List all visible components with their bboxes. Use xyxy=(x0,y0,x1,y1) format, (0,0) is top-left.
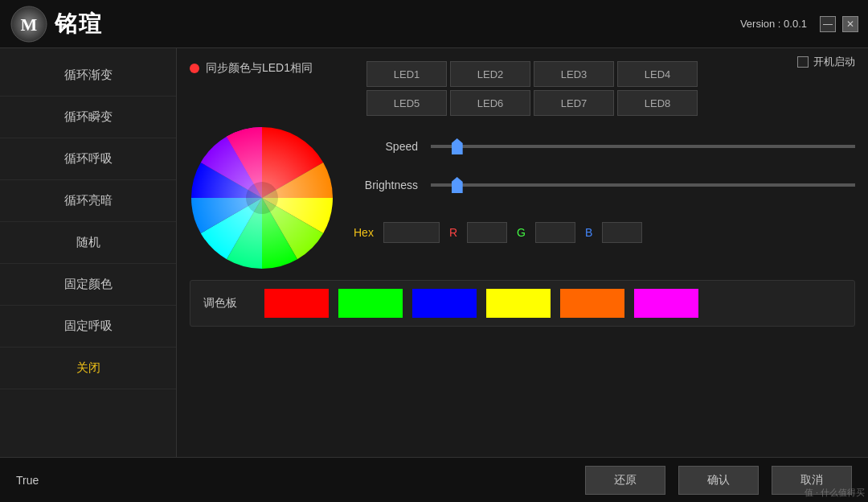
led-grid: LED1 LED2 LED3 LED4 LED5 LED6 LED7 LED8 xyxy=(366,61,698,116)
led-button-3[interactable]: LED3 xyxy=(534,61,614,87)
palette-colors xyxy=(264,289,698,318)
led-button-8[interactable]: LED8 xyxy=(617,90,698,116)
b-input[interactable] xyxy=(602,222,642,243)
top-section: 同步颜色与LED1相同 LED1 LED2 LED3 LED4 LED5 LED… xyxy=(190,61,855,116)
sync-label: 同步颜色与LED1相同 xyxy=(190,61,350,76)
minimize-button[interactable]: — xyxy=(820,16,836,32)
speed-slider-row: Speed xyxy=(354,138,855,154)
led-button-2[interactable]: LED2 xyxy=(450,61,530,87)
r-input[interactable] xyxy=(467,222,507,243)
color-wheel-svg xyxy=(190,126,334,270)
sidebar-item-loop-gradient[interactable]: 循环渐变 xyxy=(0,55,176,97)
app-title: 铭瑄 xyxy=(55,9,103,39)
brightness-slider-container[interactable] xyxy=(431,177,855,193)
close-button[interactable]: ✕ xyxy=(842,16,858,32)
led-button-6[interactable]: LED6 xyxy=(450,90,530,116)
version-text: Version : 0.0.1 xyxy=(740,18,807,30)
sync-indicator-dot xyxy=(190,64,199,73)
startup-area: 开机启动 xyxy=(797,55,855,69)
r-label: R xyxy=(449,226,457,239)
title-bar: M 铭瑄 Version : 0.0.1 — ✕ xyxy=(0,0,868,48)
sidebar-item-random[interactable]: 随机 xyxy=(0,222,176,264)
sliders-panel: Speed Brightness Hex R xyxy=(354,126,855,243)
brightness-label: Brightness xyxy=(354,179,418,191)
svg-point-3 xyxy=(246,182,278,214)
logo-area: M 铭瑄 xyxy=(10,5,103,43)
title-right: Version : 0.0.1 — ✕ xyxy=(740,16,858,32)
led-button-4[interactable]: LED4 xyxy=(617,61,698,87)
bottom-bar: True 还原 确认 取消 xyxy=(0,457,868,502)
sidebar-item-loop-dim[interactable]: 循环亮暗 xyxy=(0,180,176,222)
sidebar-item-loop-breathe[interactable]: 循环呼吸 xyxy=(0,138,176,180)
speed-slider-container[interactable] xyxy=(431,138,855,154)
g-label: G xyxy=(517,226,526,239)
logo-icon: M xyxy=(10,5,48,43)
palette-section: 调色板 xyxy=(190,280,855,327)
palette-color-blue[interactable] xyxy=(412,289,477,318)
palette-color-green[interactable] xyxy=(338,289,403,318)
sidebar: 循环渐变 循环瞬变 循环呼吸 循环亮暗 随机 固定颜色 固定呼吸 关闭 xyxy=(0,48,177,457)
window-controls: — ✕ xyxy=(820,16,858,32)
restore-button[interactable]: 还原 xyxy=(585,466,665,495)
led-button-1[interactable]: LED1 xyxy=(366,61,447,87)
color-input-row: Hex R G B xyxy=(354,216,855,243)
main-layout: 循环渐变 循环瞬变 循环呼吸 循环亮暗 随机 固定颜色 固定呼吸 关闭 同步 xyxy=(0,48,868,457)
sidebar-item-fixed-breathe[interactable]: 固定呼吸 xyxy=(0,306,176,348)
palette-color-yellow[interactable] xyxy=(486,289,551,318)
g-input[interactable] xyxy=(535,222,575,243)
speed-label: Speed xyxy=(354,140,418,153)
speed-slider[interactable] xyxy=(431,145,855,148)
sidebar-item-off[interactable]: 关闭 xyxy=(0,348,176,389)
startup-label: 开机启动 xyxy=(813,55,855,69)
palette-color-red[interactable] xyxy=(264,289,329,318)
sidebar-item-loop-flash[interactable]: 循环瞬变 xyxy=(0,97,176,138)
color-wheel[interactable] xyxy=(190,126,334,270)
hex-input[interactable] xyxy=(383,222,440,243)
led-button-7[interactable]: LED7 xyxy=(534,90,614,116)
startup-checkbox[interactable] xyxy=(797,56,809,68)
svg-text:M: M xyxy=(21,14,38,35)
true-status-text: True xyxy=(16,474,39,487)
confirm-button[interactable]: 确认 xyxy=(678,466,759,495)
brightness-slider[interactable] xyxy=(431,183,855,187)
led-button-5[interactable]: LED5 xyxy=(366,90,447,116)
hex-label: Hex xyxy=(354,226,374,239)
content-area: 同步颜色与LED1相同 LED1 LED2 LED3 LED4 LED5 LED… xyxy=(177,48,868,457)
middle-section: Speed Brightness Hex R xyxy=(190,126,855,270)
palette-color-magenta[interactable] xyxy=(634,289,698,318)
watermark: 值 · 什么值得买 xyxy=(805,487,865,499)
palette-color-orange[interactable] xyxy=(560,289,624,318)
brightness-slider-row: Brightness xyxy=(354,177,855,193)
sidebar-item-fixed-color[interactable]: 固定颜色 xyxy=(0,264,176,306)
b-label: B xyxy=(585,226,592,239)
palette-label: 调色板 xyxy=(203,296,252,311)
